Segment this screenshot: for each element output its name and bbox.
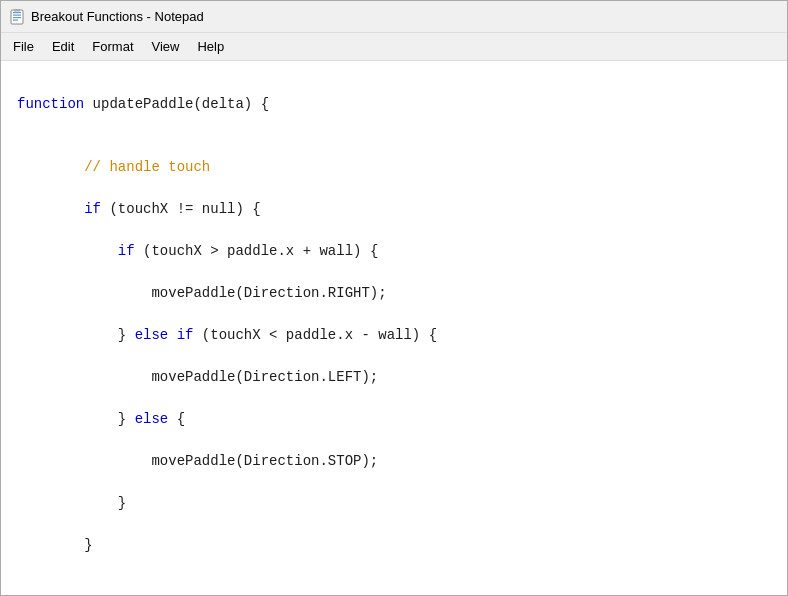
notepad-icon <box>9 9 25 25</box>
menu-help[interactable]: Help <box>189 36 232 57</box>
svg-rect-3 <box>13 17 21 18</box>
menu-edit[interactable]: Edit <box>44 36 82 57</box>
code-line: } else { <box>17 409 771 430</box>
svg-rect-4 <box>13 19 18 20</box>
menu-view[interactable]: View <box>144 36 188 57</box>
code-line: movePaddle(Direction.STOP); <box>17 451 771 472</box>
code-line: // handle touch <box>17 157 771 178</box>
code-line: } <box>17 493 771 514</box>
svg-rect-2 <box>13 14 21 15</box>
svg-rect-1 <box>13 12 21 13</box>
code-line: movePaddle(Direction.LEFT); <box>17 367 771 388</box>
code-line: } <box>17 535 771 556</box>
code-line: if (touchX != null) { <box>17 199 771 220</box>
notepad-window: Breakout Functions - Notepad File Edit F… <box>0 0 788 596</box>
menu-format[interactable]: Format <box>84 36 141 57</box>
code-line: if (touchX > paddle.x + wall) { <box>17 241 771 262</box>
title-bar: Breakout Functions - Notepad <box>1 1 787 33</box>
window-title: Breakout Functions - Notepad <box>31 9 204 24</box>
code-editor[interactable]: function updatePaddle(delta) { // handle… <box>1 61 787 595</box>
code-line: function updatePaddle(delta) { <box>17 94 771 115</box>
code-line: } else if (touchX < paddle.x - wall) { <box>17 325 771 346</box>
code-line: movePaddle(Direction.RIGHT); <box>17 283 771 304</box>
menu-file[interactable]: File <box>5 36 42 57</box>
menu-bar: File Edit Format View Help <box>1 33 787 61</box>
svg-rect-5 <box>14 9 20 12</box>
